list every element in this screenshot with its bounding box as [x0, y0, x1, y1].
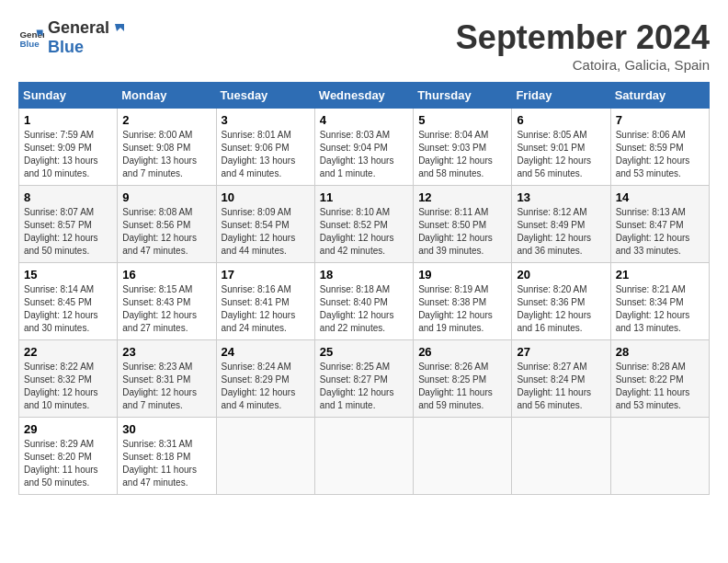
sunrise-label: Sunrise: 8:20 AM — [517, 284, 586, 294]
calendar-day-cell: 15 Sunrise: 8:14 AM Sunset: 8:45 PM Dayl… — [19, 263, 118, 340]
calendar-week-row: 1 Sunrise: 7:59 AM Sunset: 9:09 PM Dayli… — [19, 109, 710, 186]
calendar-day-cell — [414, 418, 512, 495]
sunrise-label: Sunrise: 8:07 AM — [24, 207, 94, 217]
calendar-day-cell: 9 Sunrise: 8:08 AM Sunset: 8:56 PM Dayli… — [118, 186, 216, 263]
sunset-label: Sunset: 8:59 PM — [616, 143, 684, 153]
calendar-day-cell: 22 Sunrise: 8:22 AM Sunset: 8:32 PM Dayl… — [19, 340, 118, 418]
day-number: 15 — [24, 268, 112, 282]
day-number: 14 — [616, 190, 704, 204]
sunset-label: Sunset: 8:41 PM — [222, 297, 290, 307]
sunrise-label: Sunrise: 7:59 AM — [24, 130, 94, 140]
daylight-label: Daylight: 11 hours and 53 minutes. — [616, 387, 690, 410]
day-info: Sunrise: 8:08 AM Sunset: 8:56 PM Dayligh… — [122, 206, 210, 258]
daylight-label: Daylight: 12 hours and 10 minutes. — [24, 387, 98, 410]
daylight-label: Daylight: 11 hours and 56 minutes. — [517, 387, 591, 410]
svg-marker-2 — [115, 24, 124, 31]
sunset-label: Sunset: 8:31 PM — [122, 374, 190, 385]
sunrise-label: Sunrise: 8:21 AM — [616, 284, 686, 294]
sunset-label: Sunset: 8:49 PM — [517, 220, 585, 230]
calendar-day-cell: 23 Sunrise: 8:23 AM Sunset: 8:31 PM Dayl… — [118, 340, 216, 418]
calendar-day-cell: 17 Sunrise: 8:16 AM Sunset: 8:41 PM Dayl… — [216, 263, 314, 340]
day-number: 21 — [616, 268, 704, 282]
header: General Blue General Blue September 2024… — [18, 18, 710, 73]
calendar-day-cell: 24 Sunrise: 8:24 AM Sunset: 8:29 PM Dayl… — [216, 340, 314, 418]
calendar-day-cell: 27 Sunrise: 8:27 AM Sunset: 8:24 PM Dayl… — [512, 340, 610, 418]
sunset-label: Sunset: 9:08 PM — [122, 143, 190, 153]
sunrise-label: Sunrise: 8:10 AM — [320, 207, 390, 217]
day-info: Sunrise: 8:29 AM Sunset: 8:20 PM Dayligh… — [24, 438, 112, 489]
day-info: Sunrise: 8:07 AM Sunset: 8:57 PM Dayligh… — [24, 206, 112, 258]
daylight-label: Daylight: 12 hours and 36 minutes. — [517, 233, 591, 256]
day-number: 29 — [24, 422, 112, 436]
sunrise-label: Sunrise: 8:29 AM — [24, 439, 94, 449]
day-number: 13 — [517, 190, 605, 204]
sunset-label: Sunset: 8:25 PM — [418, 374, 486, 385]
sunset-label: Sunset: 9:04 PM — [320, 143, 388, 153]
day-number: 27 — [517, 345, 605, 359]
sunrise-label: Sunrise: 8:06 AM — [616, 130, 686, 140]
daylight-label: Daylight: 12 hours and 22 minutes. — [320, 310, 394, 333]
sunrise-label: Sunrise: 8:27 AM — [517, 362, 586, 372]
calendar-week-row: 8 Sunrise: 8:07 AM Sunset: 8:57 PM Dayli… — [19, 186, 710, 263]
sunset-label: Sunset: 9:06 PM — [222, 143, 290, 153]
sunset-label: Sunset: 9:09 PM — [24, 143, 92, 153]
sunrise-label: Sunrise: 8:15 AM — [122, 284, 192, 294]
daylight-label: Daylight: 12 hours and 19 minutes. — [418, 310, 493, 333]
logo-general-text: General — [48, 18, 109, 38]
sunset-label: Sunset: 8:47 PM — [616, 220, 684, 230]
daylight-label: Daylight: 12 hours and 30 minutes. — [24, 310, 98, 333]
daylight-label: Daylight: 11 hours and 50 minutes. — [24, 465, 98, 488]
logo: General Blue General Blue — [18, 18, 128, 57]
sunrise-label: Sunrise: 8:03 AM — [320, 130, 390, 140]
day-of-week-header: Saturday — [610, 83, 709, 109]
logo-icon: General Blue — [18, 25, 44, 51]
day-number: 18 — [320, 268, 408, 282]
sunrise-label: Sunrise: 8:11 AM — [418, 207, 488, 217]
sunset-label: Sunset: 8:20 PM — [24, 452, 92, 462]
day-info: Sunrise: 8:01 AM Sunset: 9:06 PM Dayligh… — [222, 129, 310, 180]
sunset-label: Sunset: 8:29 PM — [222, 374, 290, 385]
day-number: 17 — [222, 268, 310, 282]
day-number: 26 — [418, 345, 506, 359]
sunset-label: Sunset: 8:38 PM — [418, 297, 486, 307]
calendar-day-cell: 5 Sunrise: 8:04 AM Sunset: 9:03 PM Dayli… — [414, 109, 512, 186]
day-info: Sunrise: 8:05 AM Sunset: 9:01 PM Dayligh… — [517, 129, 605, 180]
day-info: Sunrise: 8:31 AM Sunset: 8:18 PM Dayligh… — [122, 438, 210, 489]
daylight-label: Daylight: 13 hours and 1 minute. — [320, 155, 394, 178]
daylight-label: Daylight: 11 hours and 59 minutes. — [418, 387, 493, 410]
day-number: 1 — [24, 113, 112, 127]
calendar-day-cell: 10 Sunrise: 8:09 AM Sunset: 8:54 PM Dayl… — [216, 186, 314, 263]
calendar-day-cell: 1 Sunrise: 7:59 AM Sunset: 9:09 PM Dayli… — [19, 109, 118, 186]
daylight-label: Daylight: 12 hours and 16 minutes. — [517, 310, 591, 333]
day-number: 12 — [418, 190, 506, 204]
day-number: 20 — [517, 268, 605, 282]
sunrise-label: Sunrise: 8:31 AM — [122, 439, 192, 449]
day-info: Sunrise: 8:11 AM Sunset: 8:50 PM Dayligh… — [418, 206, 506, 258]
day-info: Sunrise: 8:00 AM Sunset: 9:08 PM Dayligh… — [122, 129, 210, 180]
calendar-day-cell: 4 Sunrise: 8:03 AM Sunset: 9:04 PM Dayli… — [314, 109, 413, 186]
sunset-label: Sunset: 8:52 PM — [320, 220, 388, 230]
daylight-label: Daylight: 12 hours and 56 minutes. — [517, 155, 591, 178]
location-subtitle: Catoira, Galicia, Spain — [456, 57, 710, 73]
calendar-day-cell: 7 Sunrise: 8:06 AM Sunset: 8:59 PM Dayli… — [610, 109, 709, 186]
day-info: Sunrise: 8:15 AM Sunset: 8:43 PM Dayligh… — [122, 283, 210, 335]
sunrise-label: Sunrise: 8:28 AM — [616, 362, 686, 372]
day-info: Sunrise: 8:14 AM Sunset: 8:45 PM Dayligh… — [24, 283, 112, 335]
sunrise-label: Sunrise: 8:13 AM — [616, 207, 686, 217]
daylight-label: Daylight: 12 hours and 47 minutes. — [122, 233, 197, 256]
logo-arrow-icon — [111, 20, 128, 37]
day-info: Sunrise: 8:10 AM Sunset: 8:52 PM Dayligh… — [320, 206, 408, 258]
sunset-label: Sunset: 8:43 PM — [122, 297, 190, 307]
day-number: 8 — [24, 190, 112, 204]
calendar-day-cell: 16 Sunrise: 8:15 AM Sunset: 8:43 PM Dayl… — [118, 263, 216, 340]
sunset-label: Sunset: 8:27 PM — [320, 374, 388, 385]
day-info: Sunrise: 8:06 AM Sunset: 8:59 PM Dayligh… — [616, 129, 704, 180]
daylight-label: Daylight: 12 hours and 1 minute. — [320, 387, 394, 410]
sunset-label: Sunset: 8:50 PM — [418, 220, 486, 230]
day-info: Sunrise: 8:12 AM Sunset: 8:49 PM Dayligh… — [517, 206, 605, 258]
daylight-label: Daylight: 12 hours and 4 minutes. — [222, 387, 296, 410]
day-info: Sunrise: 8:23 AM Sunset: 8:31 PM Dayligh… — [122, 361, 210, 412]
day-info: Sunrise: 8:20 AM Sunset: 8:36 PM Dayligh… — [517, 283, 605, 335]
sunset-label: Sunset: 8:54 PM — [222, 220, 290, 230]
svg-text:Blue: Blue — [19, 39, 40, 49]
